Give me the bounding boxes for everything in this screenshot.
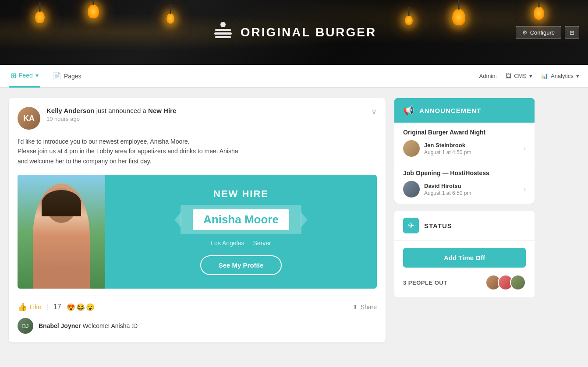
admin-label: Admin: (479, 73, 497, 79)
comment-row: BJ Bnabel Joyner Welcome! Anisha :D (18, 312, 377, 334)
thumbs-up-icon: 👍 (18, 302, 27, 312)
megaphone-icon: 📢 (403, 105, 414, 116)
pages-icon: 📄 (53, 72, 61, 80)
header-actions: ⚙ Configure ⊞ (516, 26, 579, 39)
svg-rect-1 (215, 29, 231, 31)
svg-rect-3 (215, 36, 231, 38)
reactions: 😍 😂 😮 (67, 303, 95, 311)
post-header: KA Kelly Anderson just announced a New H… (18, 107, 377, 130)
feed-column: KA Kelly Anderson just announced a New H… (9, 98, 386, 342)
layout-button[interactable]: ⊞ (565, 26, 579, 39)
nav-right: Admin: 🖼 CMS ▾ 📊 Analytics ▾ (479, 73, 579, 79)
post-actions: 👍 Like | 17 😍 😂 😮 ⬆ Share (18, 296, 377, 312)
layout-icon: ⊞ (570, 29, 574, 36)
status-header: ✈ STATUS (394, 211, 535, 241)
announcement-item-title-2: Job Opening — Host/Hostess (403, 169, 526, 176)
post-card: KA Kelly Anderson just announced a New H… (9, 98, 386, 342)
configure-button[interactable]: ⚙ Configure (516, 26, 561, 39)
new-hire-name: Anisha Moore (193, 209, 289, 230)
cms-icon: 🖼 (506, 73, 511, 79)
decorative-bulb (35, 11, 45, 23)
announcement-item-title-1: Original Burger Award Night (403, 129, 526, 136)
announcement-arrow-2: › (524, 185, 526, 193)
out-person-avatar-3 (510, 275, 526, 290)
analytics-icon: 📊 (541, 73, 548, 79)
nav-feed[interactable]: ⊞ Feed ▾ (9, 65, 40, 88)
new-hire-location: Los Angeles Server (211, 240, 271, 247)
like-button[interactable]: 👍 Like (18, 302, 41, 312)
share-icon: ⬆ (353, 303, 358, 311)
comment-text: Bnabel Joyner Welcome! Anisha :D (39, 322, 138, 329)
decorative-bulb (452, 9, 465, 25)
announcement-person-1: Jen Steinbrook August 1 at 4:50 pm › (403, 140, 526, 157)
svg-rect-2 (214, 32, 232, 35)
gear-icon: ⚙ (522, 29, 528, 36)
see-profile-button[interactable]: See My Profile (200, 255, 282, 275)
decorative-bulb (534, 7, 544, 20)
new-hire-photo (18, 175, 105, 289)
announcement-item-2[interactable]: Job Opening — Host/Hostess David Hirotsu… (394, 163, 535, 204)
new-hire-name-banner: Anisha Moore (181, 205, 301, 234)
brand-logo[interactable]: ORIGINAL BURGER (212, 21, 377, 44)
post-meta: Kelly Anderson just announced a New Hire… (46, 107, 365, 122)
person-avatar-david (403, 181, 420, 198)
post-action-text: just announced a (96, 107, 148, 114)
right-column: 📢 ANNOUNCEMENT Original Burger Award Nig… (394, 98, 535, 342)
header: ORIGINAL BURGER ⚙ Configure ⊞ (0, 0, 588, 65)
status-icon: ✈ (403, 218, 419, 233)
svg-point-0 (220, 22, 226, 27)
announcement-card: 📢 ANNOUNCEMENT Original Burger Award Nig… (394, 98, 535, 204)
post-body: I'd like to introduce you to our newest … (18, 137, 377, 166)
share-button[interactable]: ⬆ Share (353, 303, 377, 311)
new-hire-card: NEW HIRE Anisha Moore Los Angeles Server… (18, 175, 377, 289)
author-avatar: KA (18, 107, 40, 130)
announcement-arrow-1: › (524, 145, 526, 152)
decorative-bulb (166, 13, 174, 24)
status-body: Add Time Off 3 PEOPLE OUT (394, 241, 535, 297)
status-title: STATUS (424, 222, 452, 229)
decorative-bulb (405, 15, 413, 25)
announcement-item-1[interactable]: Original Burger Award Night Jen Steinbro… (394, 123, 535, 163)
like-count: 17 (53, 303, 61, 311)
nav-analytics[interactable]: 📊 Analytics ▾ (541, 73, 579, 79)
feed-icon: ⊞ (11, 71, 16, 80)
decorative-bulb (88, 4, 99, 18)
add-time-off-button[interactable]: Add Time Off (403, 248, 526, 268)
post-time: 10 hours ago (46, 116, 365, 122)
person-avatar-jen (403, 140, 420, 157)
cms-dropdown-icon: ▾ (529, 73, 532, 79)
logo-icon (212, 21, 234, 44)
nav-left: ⊞ Feed ▾ 📄 Pages (9, 65, 83, 88)
people-out: 3 PEOPLE OUT (403, 275, 526, 290)
people-out-label: 3 PEOPLE OUT (403, 279, 447, 286)
nav-pages[interactable]: 📄 Pages (51, 65, 83, 88)
announcement-header: 📢 ANNOUNCEMENT (394, 98, 535, 123)
new-hire-label: NEW HIRE (213, 188, 269, 200)
comment-avatar: BJ (18, 318, 33, 334)
divider: | (46, 303, 48, 311)
person-info-david: David Hirotsu August 1 at 6:50 pm (424, 183, 471, 196)
announcement-title: ANNOUNCEMENT (419, 107, 481, 114)
post-expand-icon[interactable]: ∨ (371, 107, 377, 116)
announcement-person-2: David Hirotsu August 1 at 6:50 pm › (403, 181, 526, 198)
navbar: ⊞ Feed ▾ 📄 Pages Admin: 🖼 CMS ▾ 📊 Analyt… (0, 65, 588, 88)
feed-dropdown-icon: ▾ (35, 72, 39, 79)
person-info-jen: Jen Steinbrook August 1 at 4:50 pm (424, 142, 471, 155)
main-content: KA Kelly Anderson just announced a New H… (0, 88, 588, 353)
nav-cms[interactable]: 🖼 CMS ▾ (506, 73, 532, 79)
new-hire-info: NEW HIRE Anisha Moore Los Angeles Server… (105, 175, 377, 289)
post-author: Kelly Anderson just announced a New Hire (46, 107, 365, 114)
status-card: ✈ STATUS Add Time Off 3 PEOPLE OUT (394, 211, 535, 297)
logo-text: ORIGINAL BURGER (241, 25, 377, 39)
people-out-avatars (485, 275, 526, 290)
analytics-dropdown-icon: ▾ (576, 73, 579, 79)
